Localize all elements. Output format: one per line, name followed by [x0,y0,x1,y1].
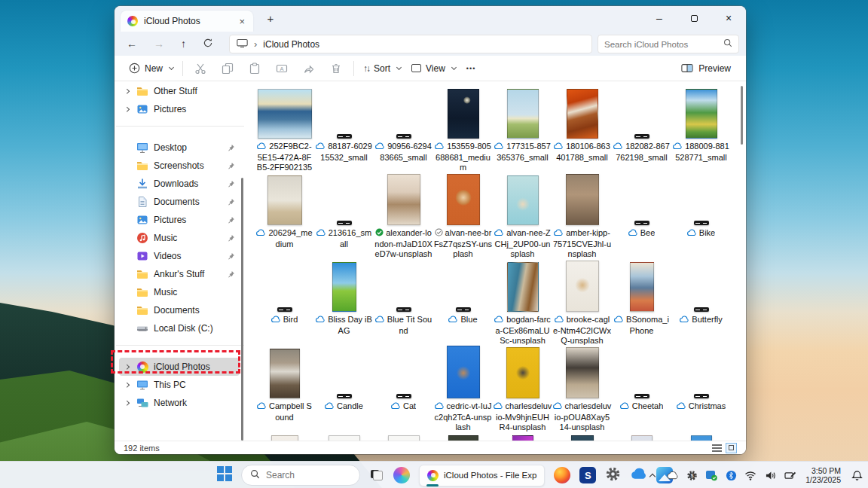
file-item[interactable]: cedric-vt-IuJc2qh2TcA-unsplash [433,346,493,432]
sidebar-item-documents[interactable]: Documents [119,193,240,211]
sidebar-item-desktop[interactable]: Desktop [119,139,240,157]
file-item-partial[interactable] [671,432,731,441]
file-item[interactable]: amber-kipp-75715CVEJhl-unsplash [552,172,612,259]
hidden-icons-chevron[interactable] [646,472,659,479]
breadcrumb[interactable]: iCloud Photos [263,39,319,50]
file-item[interactable]: 153559-805688681_medium [433,86,493,172]
file-item[interactable]: 252F9BC2-5E15-472A-8FB5-2FF902135FEB [255,86,314,172]
sidebar-item-videos[interactable]: Videos [119,247,240,265]
minimize-button[interactable]: – [642,6,677,30]
onedrive-cloud-icon[interactable] [665,471,679,480]
file-item[interactable]: Christmas [671,346,731,432]
taskbar-search-input[interactable] [266,470,351,480]
file-item[interactable]: Cheetah [612,346,671,432]
sidebar-item-this-pc[interactable]: This PC [119,376,240,394]
file-item[interactable]: alvan-nee-ZCHj_2UP00-unsplash [493,172,552,259]
content-scrollbar[interactable] [741,86,743,145]
file-item[interactable]: Butterfly [671,259,731,346]
preview-toggle[interactable]: Preview [675,59,737,78]
sidebar-item-music[interactable]: Music [119,229,240,247]
file-item[interactable]: 180106-863401788_small [552,86,612,172]
file-item[interactable]: Campbell Sound [255,346,314,432]
file-item[interactable]: Candle [314,346,374,432]
back-button[interactable]: ← [127,38,137,50]
task-view-icon[interactable] [369,468,384,483]
firefox-icon[interactable] [554,467,570,483]
file-item[interactable]: alvan-nee-brFsZ7qszSY-unsplash [433,172,493,259]
delete-icon[interactable] [322,63,350,75]
notification-bell-icon[interactable] [850,470,863,481]
file-item[interactable]: Blue [433,259,493,346]
file-item[interactable]: charlesdeluvio-pOUA8Xay514-unsplash [552,346,612,432]
file-item-partial[interactable] [612,432,671,441]
file-item[interactable]: Blue Tit Sound [374,259,433,346]
sidebar-item-music[interactable]: Music [119,283,240,301]
thumbnail-view-icon[interactable] [726,443,737,453]
more-options-button[interactable]: ••• [461,61,481,76]
file-item[interactable]: 90956-629483665_small [374,86,433,172]
tab-close-icon[interactable]: × [237,16,246,27]
cut-icon[interactable] [187,63,214,75]
share-icon[interactable] [295,63,322,75]
view-button[interactable]: View [406,59,461,78]
file-item[interactable]: 188009-881528771_small [671,86,731,172]
sidebar-scrollbar[interactable] [241,178,243,441]
forward-button[interactable]: → [154,38,164,50]
explorer-search-box[interactable] [598,35,739,53]
sidebar-item-other-stuff[interactable]: Other Stuff [119,82,240,100]
sync-check-icon[interactable] [704,469,718,481]
copilot-icon[interactable] [393,467,410,483]
file-item-partial[interactable] [493,432,552,441]
paste-icon[interactable] [241,63,268,75]
file-item[interactable]: Bike [671,172,731,259]
file-item[interactable]: Bird [255,259,314,346]
new-tab-button[interactable]: + [264,12,277,25]
sidebar-item-local-disk-c[interactable]: Local Disk (C:) [119,319,240,337]
refresh-button[interactable] [203,38,213,50]
address-bar[interactable]: › iCloud Photos [229,35,592,53]
sidebar-item-network[interactable]: Network [119,394,240,412]
tab-icloud-photos[interactable]: iCloud Photos × [121,11,253,32]
sidebar-item-documents[interactable]: Documents [119,301,240,319]
sidebar-item-downloads[interactable]: Downloads [119,175,240,193]
settings-gear-icon[interactable] [605,466,621,485]
copy-icon[interactable] [214,63,241,75]
file-item-partial[interactable] [433,432,493,441]
rename-icon[interactable]: A [268,63,295,75]
file-item[interactable]: BSonoma_iPhone [612,259,671,346]
file-item[interactable]: 177315-857365376_small [493,86,552,172]
sidebar-item-ankur-s-stuff[interactable]: Ankur's Stuff [119,265,240,283]
pen-input-icon[interactable] [783,471,796,480]
file-item[interactable]: 213616_small [314,172,374,259]
file-item[interactable]: bogdan-farca-CEx86maLUSc-unsplash [493,259,552,346]
sidebar-item-icloud-photos[interactable]: iCloud Photos [119,358,240,376]
money-gear-icon[interactable]: $ [685,470,698,481]
file-item[interactable]: 206294_medium [255,172,314,259]
file-item-partial[interactable] [374,432,433,441]
new-button[interactable]: New [124,59,179,78]
file-item[interactable]: 88187-602915532_small [314,86,374,172]
sort-button[interactable]: ↑↓ Sort [358,59,406,78]
file-item[interactable]: 182082-867762198_small [612,86,671,172]
sidebar-item-screenshots[interactable]: Screenshots [119,157,240,175]
up-button[interactable]: ↑ [181,38,186,50]
file-item-partial[interactable] [552,432,612,441]
search-input[interactable] [604,40,719,49]
close-button[interactable]: × [711,6,746,30]
file-item[interactable]: Cat [374,346,433,432]
start-button[interactable] [217,466,232,484]
wifi-icon[interactable] [744,471,757,480]
maximize-button[interactable] [677,6,711,30]
active-task-file-explorer[interactable]: iCloud Photos - File Exp [419,465,545,486]
file-item[interactable]: Bee [612,172,671,259]
taskbar-search[interactable] [241,465,360,486]
file-item-partial[interactable] [255,432,314,441]
sidebar-item-pictures[interactable]: Pictures [119,100,240,118]
details-view-icon[interactable] [712,444,722,452]
s-app-icon[interactable]: S [579,467,596,483]
file-item[interactable]: Bliss Day iBAG [314,259,374,346]
taskbar-clock[interactable]: 3:50 PM 1/23/2025 [805,466,841,485]
icloud-drive-icon[interactable] [630,468,647,483]
volume-icon[interactable] [763,471,777,480]
file-item[interactable]: alexander-london-mJaD10XeD7w-unsplash [374,172,433,259]
